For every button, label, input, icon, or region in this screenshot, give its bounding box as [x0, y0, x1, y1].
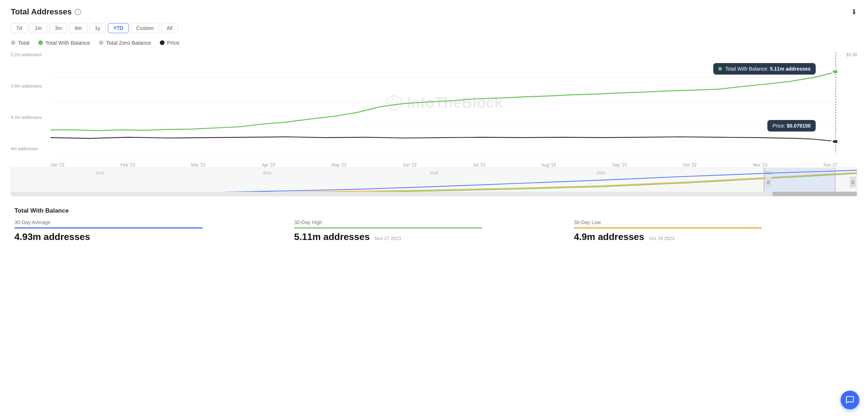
x-axis-labels: Jan '23 Feb '23 Mar '23 Apr '23 May '23 …: [51, 163, 837, 168]
stat-avg: 30-Day Average 4.93m addresses: [14, 219, 294, 243]
filter-1m[interactable]: 1m: [30, 23, 47, 33]
legend-label-with-balance: Total With Balance: [45, 40, 90, 46]
chart-svg-wrapper: IntoTheBlock: [51, 52, 837, 153]
download-icon[interactable]: ⬇: [851, 8, 857, 16]
stats-row: 30-Day Average 4.93m addresses 30-Day Hi…: [14, 219, 854, 243]
x-label-may23: May '23: [332, 163, 347, 168]
x-label-nov27: Nov 27: [824, 163, 837, 168]
x-label-jan23: Jan '23: [51, 163, 64, 168]
filter-custom[interactable]: Custom: [131, 23, 159, 33]
stat-high-underline: [294, 227, 482, 228]
legend-price[interactable]: Price: [160, 40, 179, 46]
stats-title: Total With Balance: [14, 207, 854, 214]
filter-7d[interactable]: 7d: [11, 23, 27, 33]
x-label-sep23: Sep '23: [612, 163, 627, 168]
stats-section: Total With Balance 30-Day Average 4.93m …: [11, 207, 857, 243]
help-icon[interactable]: ?: [75, 9, 81, 15]
stat-high-label: 30-Day High: [294, 219, 563, 225]
chart-header: Total Addresses ? ⬇: [11, 7, 857, 17]
legend-total[interactable]: Total: [11, 40, 30, 46]
x-label-apr23: Apr '23: [262, 163, 275, 168]
legend-dot-total: [11, 40, 16, 45]
time-filter-bar: 7d 1m 3m 6m 1y YTD Custom All: [11, 23, 857, 33]
main-chart: 5.2m addresses 4.8m addresses 4.4m addre…: [11, 52, 857, 168]
stat-low-value: 4.9m addresses Oct 29 2023: [574, 231, 843, 243]
stat-low-underline: [574, 227, 762, 228]
svg-point-7: [832, 139, 837, 143]
range-selector[interactable]: 2014 2016 2018 2020 2022 ||| |||: [11, 168, 857, 196]
filter-3m[interactable]: 3m: [49, 23, 67, 33]
y-axis-right: $1.00: [839, 52, 857, 153]
stat-high: 30-Day High 5.11m addresses Nov 27 2023: [294, 219, 574, 243]
stat-low: 30-Day Low 4.9m addresses Oct 29 2023: [574, 219, 854, 243]
chart-legend: Total Total With Balance Total Zero Bala…: [11, 40, 857, 46]
legend-dot-price: [160, 40, 165, 45]
stat-avg-label: 30-Day Average: [14, 219, 283, 225]
stat-low-label: 30-Day Low: [574, 219, 843, 225]
stat-low-suffix: Oct 29 2023: [649, 236, 675, 241]
legend-label-zero-balance: Total Zero Balance: [106, 40, 151, 46]
x-label-nov23: Nov '23: [753, 163, 767, 168]
range-scroll-thumb[interactable]: [772, 192, 857, 196]
legend-label-price: Price: [167, 40, 179, 46]
y-label-44m: 4.4m addresses: [11, 115, 51, 120]
x-label-oct23: Oct '23: [683, 163, 697, 168]
stat-avg-value: 4.93m addresses: [14, 231, 283, 243]
legend-zero-balance[interactable]: Total Zero Balance: [99, 40, 151, 46]
y-label-4m: 4m addresses: [11, 146, 51, 151]
y-label-48m: 4.8m addresses: [11, 84, 51, 89]
x-label-mar23: Mar '23: [191, 163, 206, 168]
range-scrollbar[interactable]: [11, 192, 857, 196]
stat-high-value: 5.11m addresses Nov 27 2023: [294, 231, 563, 243]
legend-with-balance[interactable]: Total With Balance: [38, 40, 90, 46]
filter-all[interactable]: All: [161, 23, 178, 33]
x-label-feb23: Feb '23: [120, 163, 135, 168]
x-label-jun23: Jun '23: [403, 163, 416, 168]
svg-point-6: [832, 70, 837, 74]
legend-dot-with-balance: [38, 40, 43, 45]
stat-high-suffix: Nov 27 2023: [374, 236, 401, 241]
range-right-handle[interactable]: |||: [850, 177, 856, 187]
range-left-handle[interactable]: |||: [765, 177, 772, 187]
range-highlight[interactable]: [764, 168, 836, 192]
filter-1y[interactable]: 1y: [89, 23, 106, 33]
x-label-jul23: Jul '23: [473, 163, 485, 168]
y-axis-left: 5.2m addresses 4.8m addresses 4.4m addre…: [11, 52, 51, 153]
page-title: Total Addresses: [11, 7, 72, 17]
y-label-52m: 5.2m addresses: [11, 52, 51, 57]
legend-label-total: Total: [18, 40, 30, 46]
header-left: Total Addresses ?: [11, 7, 81, 17]
filter-ytd[interactable]: YTD: [108, 23, 129, 33]
y-right-label-1: $1.00: [846, 52, 857, 57]
legend-dot-zero-balance: [99, 40, 104, 45]
stat-avg-underline: [14, 227, 203, 228]
main-container: Total Addresses ? ⬇ 7d 1m 3m 6m 1y YTD C…: [0, 0, 868, 250]
filter-6m[interactable]: 6m: [69, 23, 87, 33]
x-label-aug23: Aug '23: [542, 163, 556, 168]
